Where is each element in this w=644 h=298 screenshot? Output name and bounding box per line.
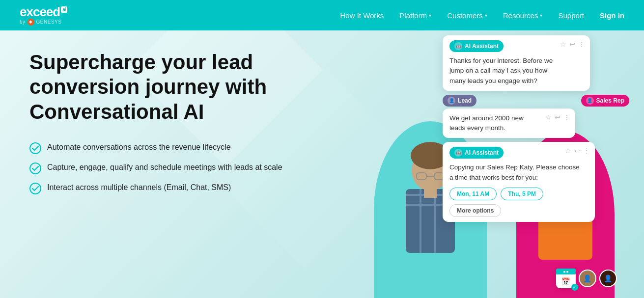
logo-exceed-word: exceed <box>20 4 60 19</box>
avatar-person-2: 👤 <box>599 270 617 287</box>
ai-badge-1: 🤖 AI Assistant <box>449 40 504 52</box>
feature-item-1: Automate conversations across the revenu… <box>29 142 325 154</box>
bottom-avatars: ■ ■ 📅 ✓ 👤 👤 <box>556 269 617 288</box>
logo: exceedai by ◆ GENESYS <box>20 5 67 26</box>
svg-point-1 <box>30 163 41 174</box>
nav-support[interactable]: Support <box>558 11 584 20</box>
chevron-down-icon: ▾ <box>540 13 542 18</box>
chevron-down-icon: ▾ <box>429 13 431 18</box>
chat-card-2: ☆ ↩ ⋮ We get around 2000 new leads every… <box>443 108 575 138</box>
svg-point-0 <box>30 143 41 154</box>
chat-card-1: 🤖 AI Assistant ☆ ↩ ⋮ Thanks for your int… <box>443 35 590 91</box>
chat-card-3: 🤖 AI Assistant ☆ ↩ ⋮ Copying our Sales R… <box>443 142 595 222</box>
nav-customers[interactable]: Customers ▾ <box>447 11 487 20</box>
logo-text: exceedai <box>20 5 67 18</box>
feature-item-2: Capture, engage, qualify and schedule me… <box>29 162 325 174</box>
calendar-body: 📅 <box>561 274 570 288</box>
navigation: exceedai by ◆ GENESYS How It Works Platf… <box>0 0 644 30</box>
sales-rep-badge: 👤 Sales Rep <box>581 95 629 107</box>
lead-avatar-icon: 👤 <box>448 97 455 105</box>
avatar-person-1: 👤 <box>579 270 596 287</box>
time-option-more[interactable]: More options <box>449 204 501 217</box>
main-section: Supercharge your lead conversion journey… <box>0 30 644 298</box>
ai-badge: ai <box>61 6 67 13</box>
chat-message-1: Thanks for your interest. Before we jump… <box>449 56 583 86</box>
svg-point-2 <box>30 183 41 194</box>
genesys-icon: ◆ <box>28 19 34 26</box>
hero-content: Supercharge your lead conversion journey… <box>0 30 354 298</box>
time-buttons: Mon, 11 AM Thu, 5 PM More options <box>449 188 588 217</box>
feature-item-3: Interact across multiple channels (Email… <box>29 182 325 194</box>
sales-rep-avatar-icon: 👤 <box>586 97 594 105</box>
star-icon[interactable]: ☆ <box>565 147 571 155</box>
ai-badge-2: 🤖 AI Assistant <box>449 147 504 159</box>
reply-icon[interactable]: ↩ <box>569 40 575 48</box>
chat-message-3: Copying our Sales Rep Katy. Please choos… <box>449 163 588 183</box>
hero-title: Supercharge your lead conversion journey… <box>29 50 325 124</box>
nav-how-it-works[interactable]: How It Works <box>340 11 384 20</box>
chat-actions-3: ☆ ↩ ⋮ <box>565 147 590 155</box>
nav-links: How It Works Platform ▾ Customers ▾ Reso… <box>340 11 624 20</box>
more-icon[interactable]: ⋮ <box>583 147 590 155</box>
features-list: Automate conversations across the revenu… <box>29 142 325 194</box>
ai-avatar-icon: 🤖 <box>454 42 462 50</box>
more-icon[interactable]: ⋮ <box>563 113 570 121</box>
calendar-icon: ■ ■ 📅 ✓ <box>556 269 576 288</box>
reply-icon[interactable]: ↩ <box>555 113 560 121</box>
chat-container: 🤖 AI Assistant ☆ ↩ ⋮ Thanks for your int… <box>398 35 634 222</box>
time-option-2[interactable]: Thu, 5 PM <box>501 188 543 200</box>
sign-in-link[interactable]: Sign In <box>600 11 624 20</box>
more-icon[interactable]: ⋮ <box>578 40 585 48</box>
calendar-badge: ✓ <box>571 284 578 291</box>
time-option-1[interactable]: Mon, 11 AM <box>449 188 497 200</box>
right-panel: 🤖 AI Assistant ☆ ↩ ⋮ Thanks for your int… <box>354 30 644 298</box>
check-icon-3 <box>29 183 41 194</box>
lead-badge: 👤 Lead <box>443 95 476 107</box>
check-icon-2 <box>29 163 41 174</box>
ai-avatar-icon-2: 🤖 <box>454 149 462 157</box>
logo-genesys: by ◆ GENESYS <box>20 19 61 26</box>
calendar-header: ■ ■ <box>556 269 576 274</box>
chat-actions-2: ☆ ↩ ⋮ <box>545 113 570 121</box>
check-icon-1 <box>29 142 41 154</box>
nav-resources[interactable]: Resources ▾ <box>503 11 543 20</box>
star-icon[interactable]: ☆ <box>545 113 552 121</box>
reply-icon[interactable]: ↩ <box>574 147 580 155</box>
nav-platform[interactable]: Platform ▾ <box>399 11 431 20</box>
chevron-down-icon: ▾ <box>485 13 487 18</box>
chat-actions-1: ☆ ↩ ⋮ <box>560 40 585 48</box>
star-icon[interactable]: ☆ <box>560 40 566 48</box>
